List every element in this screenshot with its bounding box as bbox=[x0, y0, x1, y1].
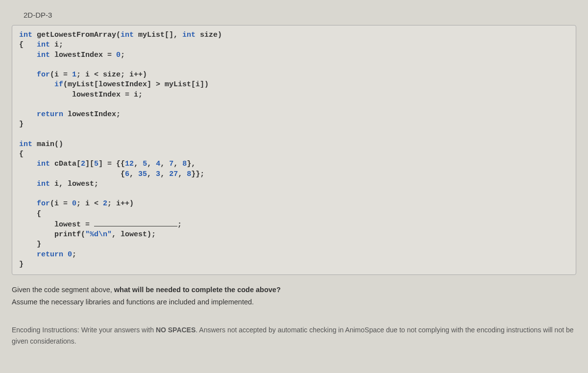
question-line1b: what will be needed to complete the code… bbox=[114, 286, 281, 294]
instructions-label: Encoding Instructions: bbox=[12, 326, 81, 334]
question-id: 2D-DP-3 bbox=[24, 11, 578, 19]
fill-in-blank bbox=[94, 219, 177, 226]
instructions-nospaces: NO SPACES bbox=[156, 326, 196, 334]
question-text: Given the code segment above, what will … bbox=[12, 284, 576, 308]
encoding-instructions: Encoding Instructions: Write your answer… bbox=[12, 324, 576, 347]
code-content: int getLowestFromArray(int myList[], int… bbox=[19, 30, 569, 270]
question-line1a: Given the code segment above, bbox=[12, 286, 114, 294]
code-block: int getLowestFromArray(int myList[], int… bbox=[12, 25, 576, 275]
instructions-t1: Write your answers with bbox=[81, 326, 156, 334]
question-line2: Assume the necessary libraries and funct… bbox=[12, 296, 576, 308]
